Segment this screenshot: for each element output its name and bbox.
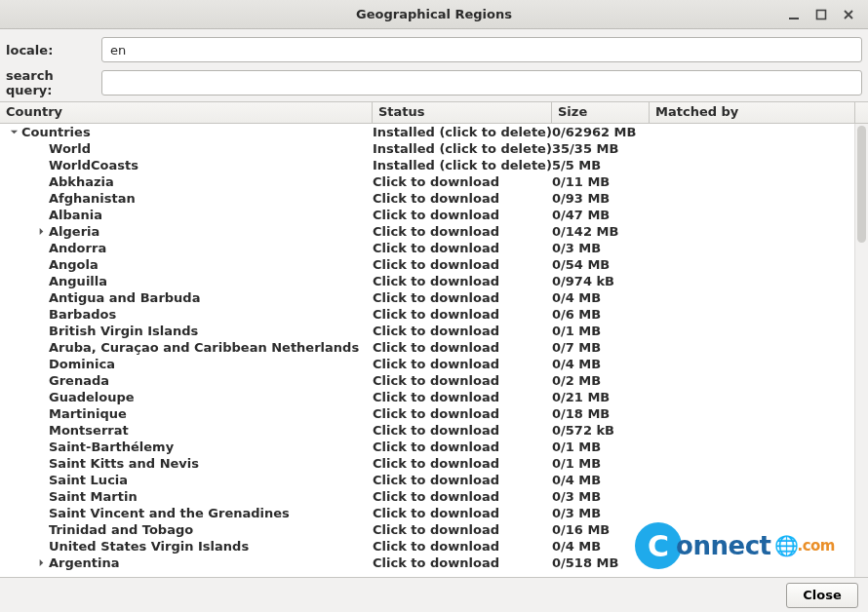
cell-country[interactable]: Grenada: [0, 372, 373, 389]
cell-status[interactable]: Installed (click to delete): [373, 140, 552, 157]
cell-country[interactable]: Algeria: [0, 223, 373, 240]
table-row[interactable]: AbkhaziaClick to download0/11 MB: [0, 173, 868, 190]
cell-country[interactable]: Countries: [0, 124, 373, 140]
cell-status[interactable]: Click to download: [373, 306, 552, 323]
cell-status[interactable]: Click to download: [373, 389, 552, 405]
cell-country[interactable]: Dominica: [0, 356, 373, 372]
cell-country[interactable]: Saint-Barthélemy: [0, 439, 373, 455]
table-row[interactable]: British Virgin IslandsClick to download0…: [0, 323, 868, 339]
cell-country[interactable]: Aruba, Curaçao and Caribbean Netherlands: [0, 339, 373, 356]
table-row[interactable]: Saint Kitts and NevisClick to download0/…: [0, 455, 868, 472]
cell-country[interactable]: British Virgin Islands: [0, 323, 373, 339]
vertical-scrollbar[interactable]: [854, 124, 868, 577]
column-header-status[interactable]: Status: [373, 102, 552, 123]
cell-status[interactable]: Click to download: [373, 488, 552, 505]
minimize-button[interactable]: [780, 3, 808, 26]
cell-country[interactable]: Angola: [0, 256, 373, 273]
cell-status[interactable]: Click to download: [373, 356, 552, 372]
table-row[interactable]: AfghanistanClick to download0/93 MB: [0, 190, 868, 207]
cell-status[interactable]: Click to download: [373, 323, 552, 339]
chevron-right-icon[interactable]: [35, 226, 47, 238]
cell-status[interactable]: Click to download: [373, 339, 552, 356]
table-row[interactable]: Saint MartinClick to download0/3 MB: [0, 488, 868, 505]
cell-country[interactable]: World: [0, 140, 373, 157]
country-label: Argentina: [49, 555, 120, 571]
chevron-right-icon[interactable]: [35, 557, 47, 569]
table-row[interactable]: BarbadosClick to download0/6 MB: [0, 306, 868, 323]
cell-status[interactable]: Installed (click to delete): [373, 157, 552, 173]
cell-status[interactable]: Click to download: [373, 405, 552, 422]
cell-country[interactable]: Antigua and Barbuda: [0, 289, 373, 306]
cell-status[interactable]: Click to download: [373, 223, 552, 240]
column-header-country[interactable]: Country: [0, 102, 373, 123]
table-row[interactable]: Trinidad and TobagoClick to download0/16…: [0, 521, 868, 538]
cell-status[interactable]: Click to download: [373, 240, 552, 256]
cell-status[interactable]: Click to download: [373, 256, 552, 273]
table-row[interactable]: Aruba, Curaçao and Caribbean Netherlands…: [0, 339, 868, 356]
cell-country[interactable]: Trinidad and Tobago: [0, 521, 373, 538]
cell-country[interactable]: United States Virgin Islands: [0, 538, 373, 555]
cell-country[interactable]: Martinique: [0, 405, 373, 422]
column-header-matched[interactable]: Matched by: [650, 102, 854, 123]
cell-status[interactable]: Click to download: [373, 455, 552, 472]
cell-country[interactable]: Abkhazia: [0, 173, 373, 190]
cell-status[interactable]: Click to download: [373, 439, 552, 455]
table-row[interactable]: MontserratClick to download0/572 kB: [0, 422, 868, 439]
table-row[interactable]: AndorraClick to download0/3 MB: [0, 240, 868, 256]
close-button[interactable]: [835, 3, 862, 26]
vertical-scrollbar-thumb[interactable]: [857, 126, 866, 243]
table-row[interactable]: Antigua and BarbudaClick to download0/4 …: [0, 289, 868, 306]
cell-status[interactable]: Click to download: [373, 273, 552, 289]
table-row[interactable]: Saint LuciaClick to download0/4 MB: [0, 472, 868, 488]
table-row[interactable]: GrenadaClick to download0/2 MB: [0, 372, 868, 389]
cell-country[interactable]: Saint Vincent and the Grenadines: [0, 505, 373, 521]
search-input[interactable]: [101, 70, 862, 96]
expander-placeholder: [35, 441, 47, 453]
table-row[interactable]: DominicaClick to download0/4 MB: [0, 356, 868, 372]
table-row[interactable]: AlgeriaClick to download0/142 MB: [0, 223, 868, 240]
table-row[interactable]: Saint Vincent and the GrenadinesClick to…: [0, 505, 868, 521]
table-row[interactable]: ArgentinaClick to download0/518 MB: [0, 555, 868, 571]
cell-country[interactable]: WorldCoasts: [0, 157, 373, 173]
cell-status[interactable]: Click to download: [373, 422, 552, 439]
table-row[interactable]: GuadeloupeClick to download0/21 MB: [0, 389, 868, 405]
cell-country[interactable]: Guadeloupe: [0, 389, 373, 405]
table-row[interactable]: MartiniqueClick to download0/18 MB: [0, 405, 868, 422]
table-row[interactable]: WorldCoastsInstalled (click to delete)5/…: [0, 157, 868, 173]
cell-status[interactable]: Click to download: [373, 207, 552, 223]
cell-country[interactable]: Montserrat: [0, 422, 373, 439]
cell-country[interactable]: Argentina: [0, 555, 373, 571]
cell-country[interactable]: Saint Martin: [0, 488, 373, 505]
cell-status[interactable]: Click to download: [373, 289, 552, 306]
cell-status[interactable]: Installed (click to delete): [373, 124, 552, 140]
cell-status[interactable]: Click to download: [373, 372, 552, 389]
cell-country[interactable]: Albania: [0, 207, 373, 223]
table-row[interactable]: CountriesInstalled (click to delete)0/62…: [0, 124, 868, 140]
chevron-down-icon[interactable]: [8, 127, 20, 138]
cell-country[interactable]: Anguilla: [0, 273, 373, 289]
locale-input[interactable]: [101, 37, 862, 62]
cell-status[interactable]: Click to download: [373, 173, 552, 190]
maximize-button[interactable]: [808, 3, 835, 26]
cell-size: 0/93 MB: [552, 190, 650, 207]
table-row[interactable]: AnguillaClick to download0/974 kB: [0, 273, 868, 289]
cell-status[interactable]: Click to download: [373, 521, 552, 538]
table-row[interactable]: Saint-BarthélemyClick to download0/1 MB: [0, 439, 868, 455]
cell-status[interactable]: Click to download: [373, 555, 552, 571]
table-row[interactable]: United States Virgin IslandsClick to dow…: [0, 538, 868, 555]
cell-status[interactable]: Click to download: [373, 538, 552, 555]
close-button-footer[interactable]: Close: [786, 583, 858, 608]
cell-status[interactable]: Click to download: [373, 190, 552, 207]
table-row[interactable]: WorldInstalled (click to delete)35/35 MB: [0, 140, 868, 157]
table-row[interactable]: AlbaniaClick to download0/47 MB: [0, 207, 868, 223]
cell-country[interactable]: Saint Kitts and Nevis: [0, 455, 373, 472]
cell-status[interactable]: Click to download: [373, 505, 552, 521]
dialog-footer: Close: [0, 577, 868, 612]
column-header-size[interactable]: Size: [552, 102, 650, 123]
cell-status[interactable]: Click to download: [373, 472, 552, 488]
cell-country[interactable]: Barbados: [0, 306, 373, 323]
cell-country[interactable]: Afghanistan: [0, 190, 373, 207]
cell-country[interactable]: Andorra: [0, 240, 373, 256]
cell-country[interactable]: Saint Lucia: [0, 472, 373, 488]
table-row[interactable]: AngolaClick to download0/54 MB: [0, 256, 868, 273]
